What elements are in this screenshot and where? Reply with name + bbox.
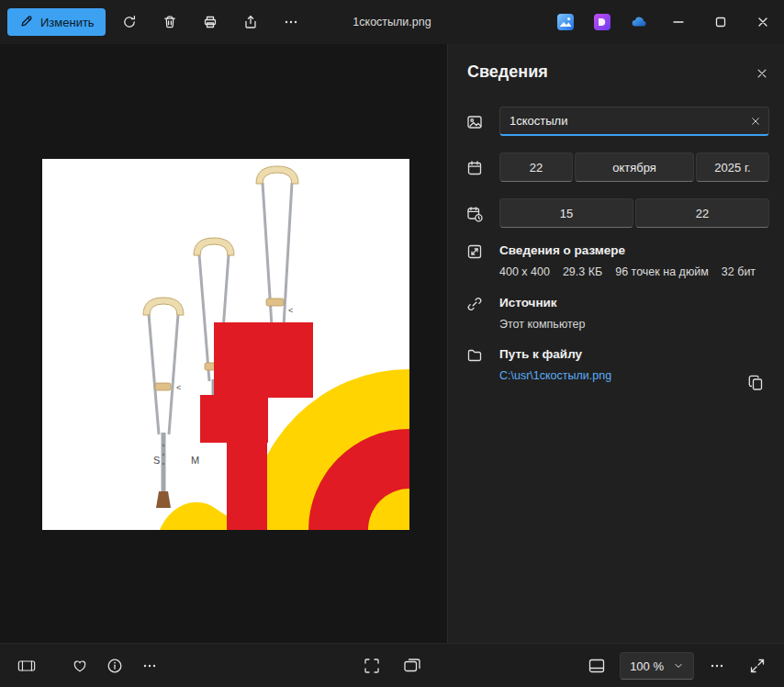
rotate-icon	[122, 15, 137, 29]
filename-field-wrap	[499, 107, 769, 136]
designer-app-glyph	[593, 13, 611, 31]
onedrive-cloud-icon[interactable]	[621, 6, 657, 38]
more-button-bottom-left[interactable]	[132, 649, 167, 682]
edit-pen-icon	[18, 15, 33, 29]
date-fields: 22 октября 2025 г.	[499, 152, 769, 182]
size-label-s: S	[153, 455, 160, 466]
file-size: 29.3 КБ	[563, 265, 602, 278]
info-button[interactable]	[97, 649, 132, 682]
close-button[interactable]	[742, 0, 784, 44]
toolbar-left: Изменить	[0, 6, 308, 38]
calendar-clock-icon	[466, 205, 485, 222]
folder-icon	[466, 346, 485, 382]
source-section: Источник Этот компьютер	[466, 295, 769, 331]
close-icon	[756, 15, 770, 29]
pointer-caret-1: <	[288, 306, 293, 315]
close-icon	[756, 67, 768, 80]
bottom-left-group	[9, 644, 167, 687]
minimize-icon	[671, 15, 686, 29]
zoom-control[interactable]: 100 %	[620, 652, 694, 680]
photo-crutches-illustration: S M < <	[42, 159, 409, 530]
path-section: Путь к файлу C:\usr\1скостыли.png	[466, 346, 769, 382]
minimize-button[interactable]	[657, 0, 700, 44]
path-section-label: Путь к файлу	[499, 346, 769, 363]
fullscreen-button[interactable]	[740, 649, 775, 682]
time-row: 15 22	[466, 198, 769, 228]
bottom-right-group: 100 %	[579, 644, 775, 687]
share-icon	[243, 15, 258, 29]
slideshow-button[interactable]	[395, 649, 430, 682]
clear-icon	[750, 116, 761, 127]
clear-filename-button[interactable]	[744, 109, 767, 133]
filename-row	[466, 107, 769, 136]
maximize-icon	[713, 15, 728, 29]
photos-app-icon[interactable]	[547, 6, 584, 38]
info-icon	[106, 658, 123, 674]
edit-button[interactable]: Изменить	[7, 8, 106, 36]
filmstrip-toggle-button[interactable]	[9, 649, 44, 682]
more-button-top[interactable]	[274, 6, 308, 38]
photos-app-glyph	[556, 13, 575, 31]
print-button[interactable]	[194, 6, 227, 38]
date-row: 22 октября 2025 г.	[466, 152, 769, 182]
calendar-icon	[466, 159, 485, 176]
image-file-icon	[466, 113, 485, 130]
zoom-fit-button[interactable]	[354, 649, 389, 682]
more-icon	[142, 659, 157, 673]
source-value: Этот компьютер	[499, 318, 769, 331]
bit-depth: 32 бит	[722, 265, 756, 278]
maximize-button[interactable]	[700, 0, 742, 44]
toolbar-right	[547, 0, 784, 44]
date-day-field[interactable]: 22	[499, 152, 573, 182]
time-minute-field[interactable]: 22	[635, 198, 769, 228]
more-button-bottom-right[interactable]	[700, 649, 734, 682]
share-button[interactable]	[234, 6, 267, 38]
copy-icon	[747, 374, 766, 392]
details-panel: Сведения 22 октября 2025 г. 15 22	[447, 44, 784, 643]
rotate-button[interactable]	[113, 6, 146, 38]
size-values: 400 x 400 29.3 КБ 96 точек на дюйм 32 би…	[499, 265, 769, 278]
designer-app-icon[interactable]	[584, 6, 621, 38]
edit-button-label: Изменить	[40, 16, 95, 29]
trash-icon	[162, 15, 177, 29]
more-icon	[710, 659, 724, 673]
image-viewer[interactable]: S M < <	[0, 44, 447, 643]
time-fields: 15 22	[499, 198, 769, 228]
cloud-glyph	[630, 13, 648, 31]
favorite-button[interactable]	[62, 649, 97, 682]
photo-canvas: S M < <	[42, 159, 409, 530]
source-section-label: Источник	[499, 295, 769, 311]
date-year-field[interactable]: 2025 г.	[696, 152, 769, 182]
date-month-field[interactable]: октября	[575, 152, 694, 182]
size-label-m: M	[191, 455, 199, 466]
slideshow-frames-icon	[403, 657, 421, 675]
pointer-caret-2: <	[176, 383, 181, 392]
bottom-toolbar: 100 %	[0, 643, 784, 687]
delete-button[interactable]	[153, 6, 186, 38]
details-panel-close-button[interactable]	[747, 59, 777, 88]
zoom-level-value: 100 %	[630, 659, 664, 673]
heart-icon	[72, 658, 88, 674]
filmstrip-icon	[17, 657, 36, 675]
size-section-label: Сведения о размере	[499, 242, 769, 259]
file-path-link[interactable]: C:\usr\1скостыли.png	[499, 369, 769, 382]
printer-icon	[203, 15, 218, 29]
thumbnail-bar-button[interactable]	[579, 649, 614, 682]
thumbnail-panel-icon	[588, 657, 606, 675]
size-info-icon	[466, 242, 485, 278]
fit-to-window-icon	[363, 657, 381, 675]
dpi-value: 96 точек на дюйм	[615, 265, 709, 278]
details-panel-title: Сведения	[467, 62, 548, 82]
expand-icon	[748, 657, 767, 675]
image-dimensions: 400 x 400	[499, 265, 550, 278]
link-icon	[466, 295, 485, 331]
more-icon	[284, 15, 298, 29]
titlebar: Изменить	[0, 0, 784, 44]
filename-input[interactable]	[499, 107, 769, 136]
size-section: Сведения о размере 400 x 400 29.3 КБ 96 …	[466, 242, 769, 278]
time-hour-field[interactable]: 15	[499, 198, 633, 228]
copy-path-button[interactable]	[742, 368, 771, 398]
chevron-down-icon	[673, 660, 684, 671]
